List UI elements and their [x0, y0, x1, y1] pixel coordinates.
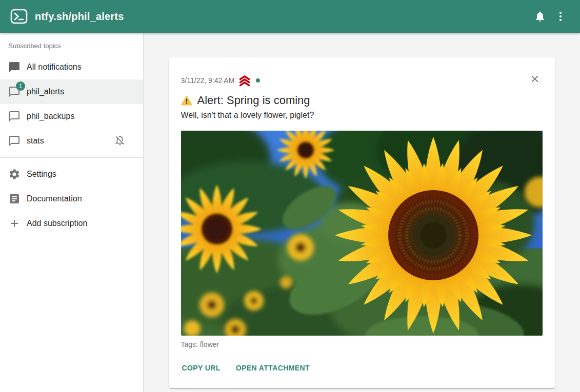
sidebar-item-label: All notifications: [27, 63, 82, 72]
open-attachment-button[interactable]: OPEN ATTACHMENT: [235, 361, 311, 375]
terminal-logo-icon: [10, 9, 28, 24]
warning-emoji-icon: [181, 95, 192, 106]
unread-dot: [256, 78, 260, 82]
notification-timestamp: 3/11/22, 9:42 AM: [181, 76, 235, 85]
bell-icon: [534, 10, 546, 23]
notifications-bell-button[interactable]: [530, 6, 550, 27]
notification-title-row: Alert: Spring is coming: [181, 94, 543, 107]
notification-card: 3/11/22, 9:42 AM: [169, 57, 555, 388]
main-area: 3/11/22, 9:42 AM: [144, 33, 580, 392]
sidebar-item-label: phil_alerts: [27, 87, 64, 96]
sidebar-item-label: Documentation: [27, 194, 82, 203]
notification-title: Alert: Spring is coming: [197, 94, 310, 107]
close-icon: [529, 73, 541, 85]
page-title: ntfy.sh/phil_alerts: [35, 11, 124, 23]
gear-icon: [8, 168, 21, 180]
sidebar-item-label: stats: [27, 136, 44, 146]
plus-icon: [8, 217, 21, 230]
sidebar-item-settings[interactable]: Settings: [0, 162, 143, 187]
sidebar-item-add-subscription[interactable]: Add subscription: [0, 211, 143, 236]
overflow-menu-button[interactable]: [550, 6, 571, 27]
sidebar-item-all-notifications[interactable]: All notifications: [0, 55, 143, 79]
sidebar-item-phil-backups[interactable]: phil_backups: [0, 104, 143, 129]
sidebar: Subscribed topics All notifications 1 ph…: [0, 33, 144, 392]
unread-count-badge: 1: [16, 81, 25, 91]
notification-tags: Tags: flower: [181, 340, 543, 348]
sidebar-item-phil-alerts[interactable]: 1 phil_alerts: [0, 79, 143, 104]
close-notification-button[interactable]: [525, 69, 545, 89]
copy-url-button[interactable]: COPY URL: [181, 361, 222, 375]
notification-actions: COPY URL OPEN ATTACHMENT: [181, 361, 543, 375]
sidebar-item-stats[interactable]: stats: [0, 129, 143, 153]
chat-bubble-filled-icon: [8, 61, 21, 73]
sidebar-divider: [0, 157, 143, 158]
sidebar-item-label: phil_backups: [27, 112, 74, 121]
sidebar-item-documentation[interactable]: Documentation: [0, 187, 143, 211]
sidebar-item-label: Add subscription: [27, 219, 87, 228]
subscribed-topics-header: Subscribed topics: [0, 36, 143, 55]
chat-bubble-outline-icon: [8, 110, 21, 122]
notifications-muted-icon: [114, 135, 127, 147]
sidebar-item-label: Settings: [27, 170, 56, 179]
document-icon: [8, 193, 21, 205]
chat-bubble-outline-icon: 1: [8, 86, 21, 98]
notification-body: Well, isn't that a lovely flower, piglet…: [181, 111, 543, 120]
app-bar: ntfy.sh/phil_alerts: [0, 0, 580, 33]
attachment-image[interactable]: [181, 131, 543, 336]
chat-bubble-outline-icon: [8, 135, 21, 147]
max-priority-icon: [238, 74, 251, 87]
kebab-menu-icon: [554, 10, 567, 23]
